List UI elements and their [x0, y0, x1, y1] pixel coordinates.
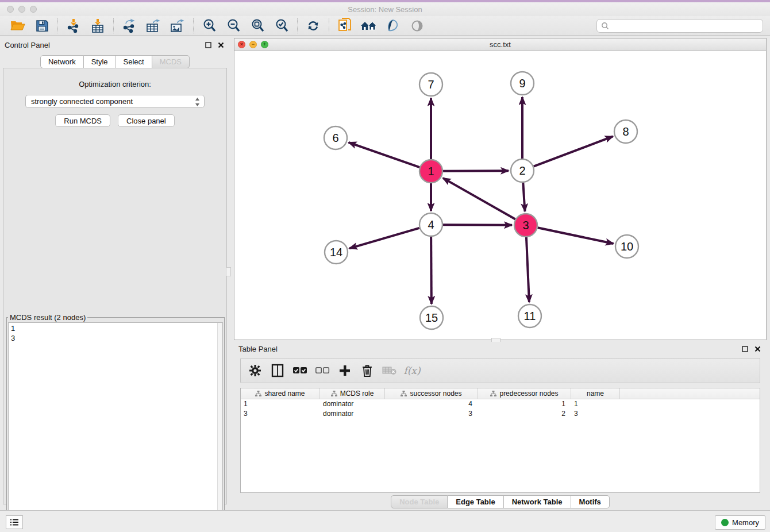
task-history-button[interactable]: [6, 515, 23, 529]
edge-3-10[interactable]: [538, 228, 614, 244]
table-cell[interactable]: dominator: [320, 409, 385, 419]
edge-4-3[interactable]: [443, 225, 512, 225]
node-3[interactable]: 3: [514, 214, 537, 237]
close-view-button[interactable]: ×: [238, 41, 245, 48]
node-11[interactable]: 11: [518, 304, 541, 327]
node-10[interactable]: 10: [615, 235, 638, 258]
edge-3-1[interactable]: [443, 178, 515, 219]
zoom-out-icon[interactable]: [224, 18, 243, 34]
node-7[interactable]: 7: [419, 73, 442, 96]
node-2[interactable]: 2: [511, 159, 534, 182]
column-header-shared-name[interactable]: shared name: [241, 388, 320, 399]
edge-3-11[interactable]: [526, 237, 529, 302]
node-14[interactable]: 14: [325, 241, 348, 264]
style-brush-icon[interactable]: [383, 18, 403, 34]
optimization-criterion-label: Optimization criterion:: [3, 80, 226, 88]
edge-1-2[interactable]: [443, 171, 509, 171]
add-column-icon[interactable]: [336, 362, 353, 379]
svg-text:14: 14: [330, 246, 342, 259]
column-layout-icon[interactable]: [269, 362, 286, 379]
function-builder-icon[interactable]: f(x): [403, 362, 421, 379]
minimize-view-button[interactable]: −: [249, 41, 257, 48]
optimization-criterion-select[interactable]: strongly connected component: [25, 95, 205, 108]
table-cell[interactable]: 3: [385, 409, 478, 419]
deselect-all-icon[interactable]: [314, 362, 331, 379]
gear-icon[interactable]: [247, 362, 264, 379]
network-graph[interactable]: 7968124314101511: [234, 51, 766, 340]
select-all-check-icon[interactable]: [291, 362, 309, 379]
column-header-mcds-role[interactable]: MCDS role: [320, 388, 385, 399]
float-table-panel-icon[interactable]: [740, 344, 749, 353]
column-header-predecessor-nodes[interactable]: predecessor nodes: [478, 388, 571, 399]
edge-4-14[interactable]: [349, 228, 419, 248]
delete-icon[interactable]: [359, 362, 376, 379]
mcds-result-text[interactable]: 1 3: [8, 322, 223, 526]
home-icon[interactable]: [359, 18, 379, 34]
tab-network[interactable]: Network: [40, 55, 84, 68]
zoom-fit-icon[interactable]: [248, 18, 267, 34]
memory-button[interactable]: Memory: [715, 515, 765, 530]
node-8[interactable]: 8: [614, 120, 637, 143]
table-cell[interactable]: 1: [571, 399, 620, 409]
node-9[interactable]: 9: [511, 72, 534, 95]
tab-select[interactable]: Select: [116, 55, 152, 68]
close-table-panel-icon[interactable]: [753, 344, 762, 353]
table-cell[interactable]: 1: [241, 399, 320, 409]
network-canvas[interactable]: 7968124314101511: [234, 51, 766, 340]
edge-2-3[interactable]: [523, 183, 525, 211]
column-header-name[interactable]: name: [571, 388, 620, 399]
table-cell[interactable]: 2: [478, 409, 571, 419]
status-bar: Memory: [0, 510, 770, 532]
table-cell[interactable]: dominator: [320, 399, 385, 409]
zoom-in-icon[interactable]: [199, 18, 219, 34]
close-panel-button[interactable]: Close panel: [118, 114, 175, 127]
svg-text:15: 15: [425, 311, 438, 324]
tab-mcds[interactable]: MCDS: [152, 55, 190, 68]
node-1[interactable]: 1: [419, 160, 442, 183]
network-from-file-icon[interactable]: [335, 18, 355, 34]
window-title: Session: New Session: [0, 5, 770, 14]
eye-icon[interactable]: [407, 18, 427, 34]
delete-table-icon[interactable]: [381, 362, 398, 379]
table-cell[interactable]: 4: [385, 399, 478, 409]
column-header-successor-nodes[interactable]: successor nodes: [385, 388, 478, 399]
tab-style[interactable]: Style: [84, 55, 116, 68]
close-panel-icon[interactable]: [216, 40, 225, 49]
table-cell[interactable]: 3: [571, 409, 620, 419]
edge-4-15[interactable]: [431, 237, 432, 304]
edge-2-8[interactable]: [534, 136, 613, 166]
mcds-result-scrollbar[interactable]: [217, 323, 222, 525]
panel-divider-grip[interactable]: [226, 267, 231, 276]
tab-node-table[interactable]: Node Table: [391, 495, 448, 508]
refresh-layout-icon[interactable]: [303, 18, 323, 34]
search-input[interactable]: [596, 19, 763, 33]
export-network-icon[interactable]: [120, 18, 139, 34]
float-panel-icon[interactable]: [203, 40, 213, 49]
table-cell[interactable]: 3: [241, 409, 320, 419]
export-table-icon[interactable]: [144, 18, 163, 34]
search-field[interactable]: [609, 20, 763, 32]
import-table-icon[interactable]: [88, 18, 107, 34]
node-15[interactable]: 15: [420, 306, 443, 329]
tab-network-table[interactable]: Network Table: [504, 495, 571, 508]
edge-1-6[interactable]: [349, 142, 420, 167]
open-session-icon[interactable]: [8, 18, 28, 34]
svg-text:2: 2: [519, 164, 525, 177]
run-mcds-button[interactable]: Run MCDS: [55, 114, 110, 127]
maximize-view-button[interactable]: +: [261, 41, 268, 48]
save-session-icon[interactable]: [32, 18, 52, 34]
network-window-titlebar[interactable]: × − + scc.txt: [234, 38, 766, 51]
zoom-selected-icon[interactable]: [272, 18, 291, 34]
export-image-icon[interactable]: [168, 18, 187, 34]
tab-edge-table[interactable]: Edge Table: [448, 495, 503, 508]
node-6[interactable]: 6: [324, 126, 347, 149]
svg-text:1: 1: [428, 165, 434, 178]
table-row[interactable]: 3dominator323: [241, 409, 760, 419]
node-4[interactable]: 4: [419, 213, 442, 236]
node-table[interactable]: shared nameMCDS rolesuccessor nodesprede…: [240, 388, 760, 493]
tab-motifs[interactable]: Motifs: [571, 495, 610, 508]
table-row[interactable]: 1dominator411: [241, 399, 760, 409]
table-cell[interactable]: 1: [478, 399, 571, 409]
toolbar-separator: [329, 18, 329, 33]
import-network-icon[interactable]: [64, 18, 83, 34]
